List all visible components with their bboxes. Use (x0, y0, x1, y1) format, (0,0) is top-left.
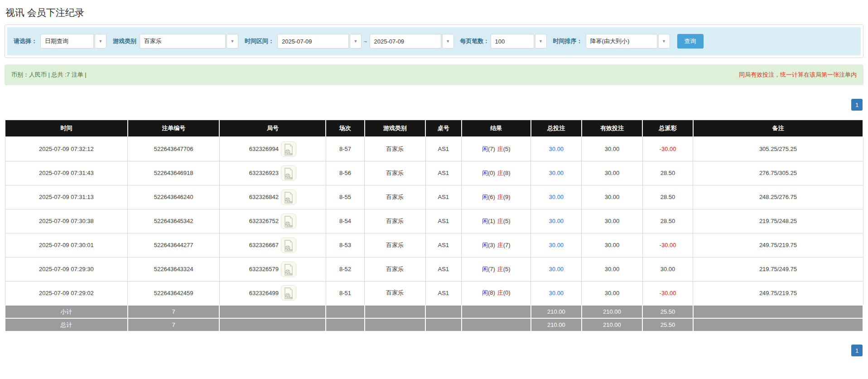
caret-down-icon[interactable]: ▼ (350, 34, 362, 49)
video-file-icon (284, 216, 294, 228)
total-bet-link[interactable]: 30.00 (549, 194, 564, 200)
round-id: 632326994 (249, 146, 279, 152)
caret-down-icon[interactable]: ▼ (535, 34, 547, 49)
result-cell: 闲(0)庄(8) (462, 161, 531, 185)
caret-down-icon[interactable]: ▼ (442, 34, 454, 49)
bet-id-cell: 522643645342 (128, 209, 220, 233)
time-cell: 2025-07-09 07:29:30 (5, 257, 128, 281)
caret-down-icon[interactable]: ▼ (658, 34, 670, 49)
table-row: 2025-07-09 07:30:01 522643644277 6323266… (5, 233, 863, 257)
total-bet-cell[interactable]: 30.00 (531, 185, 582, 209)
caret-down-icon[interactable]: ▼ (95, 34, 106, 49)
video-file-icon (284, 240, 294, 252)
page-button-1[interactable]: 1 (851, 345, 863, 356)
round-id: 632326579 (249, 266, 279, 272)
video-replay-button[interactable] (281, 214, 296, 229)
total-total-bet: 210.00 (531, 318, 582, 331)
caret-down-icon[interactable]: ▼ (227, 34, 238, 49)
total-bet-cell[interactable]: 30.00 (531, 209, 582, 233)
total-bet-cell[interactable]: 30.00 (531, 137, 582, 161)
round-cell: 632326667 (219, 233, 326, 257)
payout-cell: 28.50 (642, 209, 693, 233)
time-sort-label: 时间排序： (553, 37, 583, 45)
game-type-value[interactable]: 百家乐 (140, 34, 226, 49)
page-size-value[interactable]: 100 (491, 34, 534, 49)
page-size-label: 每页笔数 : (460, 37, 487, 45)
query-type-select[interactable]: 日期查询 ▼ (40, 34, 106, 49)
video-replay-button[interactable] (281, 238, 296, 253)
time-cell: 2025-07-09 07:32:12 (5, 137, 128, 161)
payout-cell: -30.00 (642, 137, 693, 161)
total-bet-link[interactable]: 30.00 (549, 242, 564, 248)
table-no-cell: AS1 (425, 209, 462, 233)
table-row: 2025-07-09 07:29:02 522643642459 6323264… (5, 281, 863, 305)
table-body: 2025-07-09 07:32:12 522643647706 6323269… (5, 137, 863, 305)
column-header-valid-bet: 有效投注 (582, 120, 642, 137)
table-no-cell: AS1 (425, 137, 462, 161)
round-id: 632326667 (249, 242, 279, 248)
session-cell: 8-55 (326, 185, 364, 209)
remark-cell: 219.75/249.75 (693, 257, 863, 281)
valid-bet-cell: 30.00 (582, 161, 642, 185)
valid-bet-cell: 30.00 (582, 257, 642, 281)
valid-bet-cell: 30.00 (582, 185, 642, 209)
time-cell: 2025-07-09 07:31:13 (5, 185, 128, 209)
payout-cell: 30.00 (642, 257, 693, 281)
date-to-value[interactable]: 2025-07-09 (370, 34, 441, 49)
video-replay-button[interactable] (281, 262, 296, 277)
total-bet-link[interactable]: 30.00 (549, 266, 564, 272)
bet-records-table: 时间 注单编号 局号 场次 游戏类别 桌号 结果 总投注 有效投注 总派彩 备注… (5, 119, 863, 332)
total-bet-cell[interactable]: 30.00 (531, 257, 582, 281)
column-header-session: 场次 (326, 120, 364, 137)
total-bet-link[interactable]: 30.00 (549, 146, 564, 152)
date-to-picker[interactable]: 2025-07-09 ▼ (370, 34, 454, 49)
empty-cell (326, 318, 364, 331)
search-button[interactable]: 查询 (677, 34, 704, 49)
video-replay-button[interactable] (281, 285, 296, 301)
empty-cell (425, 318, 462, 331)
table-row: 2025-07-09 07:32:12 522643647706 6323269… (5, 137, 863, 161)
time-cell: 2025-07-09 07:29:02 (5, 281, 128, 305)
total-row: 总计 7 210.00 210.00 25.50 (5, 318, 863, 331)
round-cell: 632326579 (219, 257, 326, 281)
total-bet-link[interactable]: 30.00 (549, 290, 564, 296)
date-from-picker[interactable]: 2025-07-09 ▼ (277, 34, 362, 49)
video-replay-button[interactable] (281, 141, 296, 157)
pagination-top: 1 (5, 99, 863, 111)
result-cell: 闲(3)庄(7) (462, 233, 531, 257)
time-cell: 2025-07-09 07:30:38 (5, 209, 128, 233)
page-size-select[interactable]: 100 ▼ (491, 34, 547, 49)
result-cell: 闲(7)庄(5) (462, 137, 531, 161)
filter-panel: 请选择： 日期查询 ▼ 游戏类别 百家乐 ▼ 时间区间： 2025-07-09 … (5, 24, 863, 58)
page-title: 视讯 会员下注纪录 (5, 6, 863, 19)
total-bet-link[interactable]: 30.00 (549, 218, 564, 224)
total-bet-cell[interactable]: 30.00 (531, 161, 582, 185)
bet-id-cell: 522643642459 (128, 281, 220, 305)
session-cell: 8-53 (326, 233, 364, 257)
valid-bet-cell: 30.00 (582, 233, 642, 257)
column-header-remark: 备注 (693, 120, 863, 137)
time-sort-value[interactable]: 降幂(由大到小) (586, 34, 657, 49)
player-result: 闲(6) (482, 194, 495, 200)
total-bet-cell[interactable]: 30.00 (531, 281, 582, 305)
query-type-value[interactable]: 日期查询 (40, 34, 94, 49)
total-bet-link[interactable]: 30.00 (549, 170, 564, 176)
game-type-cell: 百家乐 (365, 137, 425, 161)
bet-id-cell: 522643647706 (128, 137, 220, 161)
total-valid-bet: 210.00 (582, 318, 642, 331)
total-bet-cell[interactable]: 30.00 (531, 233, 582, 257)
column-header-result: 结果 (462, 120, 531, 137)
page-button-1[interactable]: 1 (851, 99, 863, 111)
game-type-cell: 百家乐 (365, 257, 425, 281)
date-from-value[interactable]: 2025-07-09 (277, 34, 349, 49)
video-replay-button[interactable] (281, 165, 296, 181)
bet-id-cell: 522643646240 (128, 185, 220, 209)
game-type-select[interactable]: 百家乐 ▼ (140, 34, 238, 49)
column-header-bet-id: 注单编号 (128, 120, 220, 137)
date-range-label: 时间区间： (245, 37, 274, 45)
time-sort-select[interactable]: 降幂(由大到小) ▼ (586, 34, 670, 49)
video-replay-button[interactable] (281, 190, 296, 205)
empty-cell (219, 305, 326, 318)
payout-cell: -30.00 (642, 233, 693, 257)
banker-result: 庄(5) (497, 266, 511, 272)
